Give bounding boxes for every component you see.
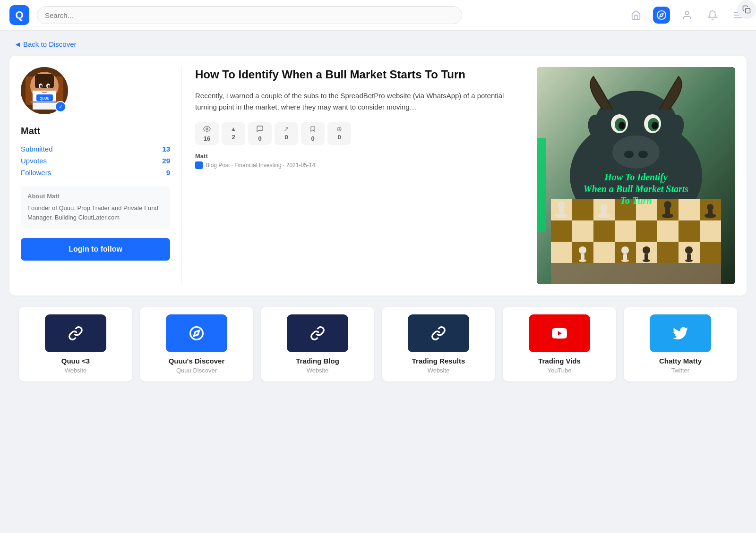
svg-rect-50 <box>636 220 657 242</box>
article-stats-row: 16 ▲ 2 0 ↗ 0 <box>195 122 527 145</box>
article-meta-sub: Blog Post · Financial Investing · 2021-0… <box>195 161 527 169</box>
card-trading-blog[interactable]: Trading Blog Website <box>261 307 374 381</box>
svg-point-80 <box>643 246 650 254</box>
main-container: QUUU ✓ <box>0 56 756 391</box>
svg-rect-21 <box>746 8 750 13</box>
svg-rect-39 <box>572 199 593 220</box>
card-trading-results-icon <box>408 314 469 352</box>
stat-row-submitted[interactable]: Submitted 13 <box>21 143 170 155</box>
svg-rect-59 <box>657 242 679 263</box>
card-quuu-love-icon <box>45 314 106 352</box>
card-chatty-matty-icon <box>650 314 711 352</box>
svg-rect-56 <box>593 242 615 263</box>
svg-point-70 <box>664 201 671 209</box>
avatar-row: QUUU ✓ <box>21 67 170 122</box>
shares-stat: ↗ 0 <box>275 122 298 145</box>
bull-illustration: How To Identify When a Bull Market Start… <box>537 67 735 284</box>
card-quuu-discover-sub: Quuu Discover <box>176 367 217 374</box>
about-box: About Matt Founder of Quuu. Prop Trader … <box>21 186 170 228</box>
svg-point-83 <box>685 246 693 254</box>
app-logo[interactable]: Q <box>9 5 29 25</box>
svg-text:QUUU: QUUU <box>40 97 50 101</box>
svg-text:To Turn: To Turn <box>620 195 652 206</box>
svg-point-2 <box>685 11 688 15</box>
submitted-label[interactable]: Submitted <box>21 145 53 153</box>
svg-point-19 <box>48 85 50 88</box>
bottom-cards: Quuu <3 Website Quuu's Discover Quuu Dis… <box>9 307 747 381</box>
svg-point-28 <box>638 151 648 158</box>
followers-label[interactable]: Followers <box>21 169 51 177</box>
card-quuu-love-sub: Website <box>65 367 87 374</box>
svg-rect-78 <box>623 254 627 260</box>
upvotes-count: 2 <box>232 134 235 141</box>
svg-rect-44 <box>679 199 700 220</box>
card-chatty-matty-label: Chatty Matty <box>659 357 702 365</box>
upvotes-label[interactable]: Upvotes <box>21 157 47 165</box>
profile-name: Matt <box>21 126 170 136</box>
comments-stat: 0 <box>248 122 272 145</box>
views-count: 16 <box>204 135 210 142</box>
shares-count: 0 <box>284 134 288 141</box>
svg-point-64 <box>558 201 565 209</box>
stat-row-followers[interactable]: Followers 9 <box>21 167 170 178</box>
category-icon <box>195 161 203 169</box>
svg-rect-54 <box>551 242 572 263</box>
card-chatty-matty-sub: Twitter <box>671 367 689 374</box>
svg-point-77 <box>621 246 629 254</box>
stats-list: Submitted 13 Upvotes 29 Followers 9 <box>21 143 170 178</box>
svg-rect-51 <box>657 220 679 242</box>
stat-row-upvotes[interactable]: Upvotes 29 <box>21 155 170 167</box>
svg-rect-84 <box>687 254 691 260</box>
svg-point-27 <box>624 151 634 158</box>
article-author: Matt <box>195 152 527 160</box>
svg-marker-1 <box>660 13 663 17</box>
user-icon[interactable] <box>679 7 696 24</box>
svg-point-67 <box>601 204 607 211</box>
svg-rect-48 <box>593 220 615 242</box>
upvotes-value: 29 <box>162 157 170 165</box>
about-title: About Matt <box>27 193 163 200</box>
card-trading-results-label: Trading Results <box>412 357 465 365</box>
compass-icon[interactable] <box>653 7 670 24</box>
svg-rect-75 <box>581 254 584 260</box>
bull-image-bg: How To Identify When a Bull Market Start… <box>537 67 735 284</box>
svg-rect-52 <box>679 220 700 242</box>
svg-point-26 <box>612 135 660 169</box>
svg-rect-46 <box>551 220 572 242</box>
back-to-discover[interactable]: ◄ Back to Discover <box>0 31 91 56</box>
other-stat: ⊕ 0 <box>327 122 351 145</box>
copy-button[interactable] <box>737 0 756 19</box>
views-stat: 16 <box>195 122 219 145</box>
card-quuu-discover[interactable]: Quuu's Discover Quuu Discover <box>140 307 253 381</box>
profile-content-card: QUUU ✓ <box>9 56 747 296</box>
svg-point-85 <box>685 259 693 262</box>
card-trading-results[interactable]: Trading Results Website <box>382 307 495 381</box>
search-input[interactable] <box>37 6 462 24</box>
other-count: 0 <box>337 134 341 141</box>
upvote-icon: ▲ <box>230 125 237 133</box>
card-chatty-matty[interactable]: Chatty Matty Twitter <box>624 307 737 381</box>
card-trading-vids[interactable]: Trading Vids YouTube <box>503 307 616 381</box>
card-trading-blog-icon <box>287 314 348 352</box>
card-trading-results-sub: Website <box>428 367 450 374</box>
card-quuu-love-label: Quuu <3 <box>61 357 90 365</box>
svg-rect-53 <box>700 220 721 242</box>
svg-marker-91 <box>194 330 199 336</box>
svg-rect-20 <box>30 101 59 103</box>
svg-point-22 <box>206 128 208 130</box>
share-icon: ↗ <box>284 125 289 133</box>
eye-icon <box>203 125 211 134</box>
svg-point-76 <box>579 259 586 262</box>
home-icon[interactable] <box>627 7 644 24</box>
followers-value: 9 <box>166 169 170 177</box>
svg-point-34 <box>652 122 658 129</box>
svg-rect-47 <box>572 220 593 242</box>
bookmark-icon <box>309 125 316 134</box>
login-follow-button[interactable]: Login to follow <box>21 238 170 261</box>
svg-point-74 <box>579 246 586 254</box>
svg-point-90 <box>190 327 203 340</box>
bell-icon[interactable] <box>704 7 721 24</box>
svg-point-73 <box>707 204 713 211</box>
card-quuu-love[interactable]: Quuu <3 Website <box>19 307 132 381</box>
plus-icon: ⊕ <box>336 125 342 133</box>
